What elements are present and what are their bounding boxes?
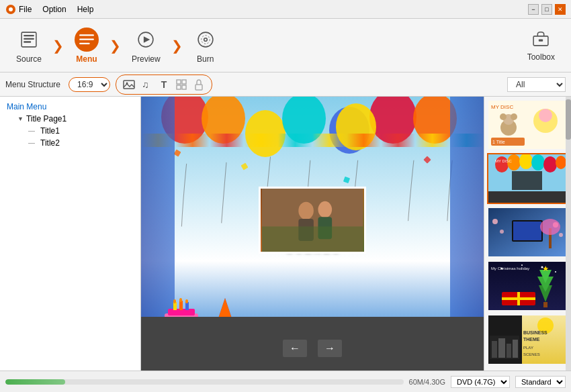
svg-point-36	[173, 299, 176, 303]
svg-rect-23	[195, 85, 202, 90]
minimize-button[interactable]: −	[528, 4, 539, 15]
source-label: Source	[16, 54, 42, 64]
svg-text:BUSINESS: BUSINESS	[523, 330, 547, 335]
theme-thumb-5[interactable]: BUSINESS THEME PLAY SCENES	[487, 314, 568, 365]
confetti4	[343, 177, 350, 183]
svg-rect-3	[24, 35, 34, 36]
svg-rect-93	[492, 341, 497, 358]
source-icon	[19, 30, 38, 49]
scrollbar-track[interactable]	[566, 97, 571, 371]
svg-rect-7	[79, 38, 94, 40]
menu-bar-menus: File Option Help	[19, 5, 93, 14]
next-arrow-button[interactable]: →	[318, 340, 342, 357]
main-menu-label: Main Menu	[7, 102, 46, 111]
svg-rect-22	[182, 85, 186, 89]
svg-point-11	[198, 32, 213, 47]
svg-rect-29	[262, 226, 363, 252]
option-menu[interactable]: Option	[42, 5, 66, 14]
lock-icon	[193, 79, 205, 91]
grid-icon	[175, 79, 187, 91]
svg-point-25	[298, 201, 314, 219]
scrollbar-thumb[interactable]	[566, 99, 571, 140]
title1-label: Title1	[40, 126, 60, 136]
file-menu[interactable]: File	[19, 5, 32, 14]
tree-item-title-page1[interactable]: ▼ Title Page1	[15, 113, 136, 125]
title2-label: Title2	[40, 138, 60, 148]
svg-rect-19	[177, 80, 181, 84]
svg-rect-6	[79, 34, 94, 36]
svg-point-68	[559, 233, 563, 237]
expand-triangle: ▼	[17, 115, 24, 122]
image-icon	[123, 79, 135, 91]
theme-thumb-4[interactable]: My Christmas holiday	[487, 260, 568, 311]
svg-text:MY DISC: MY DISC	[495, 159, 513, 163]
theme-thumb-2[interactable]: MY DISC	[487, 153, 568, 204]
theme-thumb-1[interactable]: MY DISC 1 Title	[487, 99, 568, 150]
toolbox-label: Toolbox	[527, 52, 555, 62]
svg-rect-79	[543, 302, 547, 307]
svg-text:PLAY: PLAY	[523, 346, 533, 350]
tree-sub2-items: Title1 Title2	[15, 125, 136, 149]
music-icon-button[interactable]: ♫ ♫	[139, 77, 154, 92]
app-icon	[5, 4, 16, 15]
tree-item-title2[interactable]: Title2	[26, 137, 136, 149]
tree-item-main-menu[interactable]: Main Menu	[4, 101, 136, 113]
video-inset	[259, 187, 366, 254]
svg-point-75	[555, 271, 556, 273]
text-icon-button[interactable]: T	[157, 77, 171, 92]
svg-point-38	[185, 299, 188, 303]
theme-filter-select[interactable]: All Birthday Holiday Business	[507, 77, 566, 92]
toolbar-preview[interactable]: Preview	[122, 23, 170, 68]
music-icon: ♫ ♫	[140, 79, 152, 91]
disc-type-select[interactable]: DVD (4.7G) BD (25G)	[451, 376, 510, 388]
svg-rect-83	[502, 297, 535, 300]
image-icon-button[interactable]	[122, 77, 136, 92]
svg-point-74	[541, 266, 543, 268]
toolbar-menu[interactable]: Menu	[65, 23, 108, 68]
close-button[interactable]: ✕	[555, 4, 566, 15]
grid-icon-button[interactable]	[174, 77, 189, 92]
svg-rect-5	[24, 41, 31, 42]
svg-point-48	[511, 113, 517, 120]
svg-rect-8	[79, 42, 90, 44]
svg-point-12	[204, 38, 207, 41]
svg-rect-15	[539, 40, 543, 42]
toolbar-toolbox[interactable]: Toolbox	[518, 25, 564, 66]
help-menu[interactable]: Help	[77, 5, 94, 14]
arrow1: ❯	[52, 38, 64, 54]
confetti1	[174, 150, 181, 157]
burn-icon-wrap	[193, 28, 218, 52]
progress-bar	[5, 379, 404, 385]
tree-item-title1[interactable]: Title1	[26, 125, 136, 137]
aspect-ratio-select[interactable]: 16:9 4:3	[69, 77, 110, 92]
toolbar-source[interactable]: Source	[7, 23, 51, 68]
svg-text:♫: ♫	[142, 79, 149, 90]
restore-button[interactable]: □	[541, 4, 552, 15]
progress-bar-fill	[5, 379, 65, 385]
svg-marker-40	[218, 298, 232, 318]
lock-icon-button[interactable]	[191, 77, 206, 92]
theme5-preview: BUSINESS THEME PLAY SCENES	[488, 315, 566, 364]
menu-label: Menu	[76, 54, 97, 64]
toolbar-burn[interactable]: Burn	[184, 23, 227, 68]
quality-select[interactable]: Standard High Low	[515, 376, 566, 388]
toolbox-icon	[531, 29, 550, 48]
svg-point-70	[540, 219, 560, 235]
menu-structure-label: Menu Structure	[5, 80, 60, 89]
prev-arrow-button[interactable]: ←	[283, 340, 307, 357]
svg-point-47	[500, 113, 507, 120]
theme5-svg: BUSINESS THEME PLAY SCENES	[488, 315, 566, 364]
svg-point-56	[531, 154, 545, 170]
svg-point-65	[492, 219, 498, 224]
theme4-preview: My Christmas holiday	[488, 262, 566, 310]
svg-point-27	[318, 201, 332, 217]
tree-sub-items: ▼ Title Page1 Title1 Title2	[4, 113, 136, 149]
svg-text:THEME: THEME	[523, 337, 540, 342]
menu-icon-wrap	[75, 28, 99, 52]
theme2-preview: MY DISC	[488, 154, 566, 203]
svg-rect-34	[179, 301, 183, 310]
svg-point-73	[521, 264, 523, 266]
theme-thumb-3[interactable]	[487, 207, 568, 258]
svg-rect-64	[513, 222, 541, 240]
svg-rect-95	[507, 344, 511, 358]
